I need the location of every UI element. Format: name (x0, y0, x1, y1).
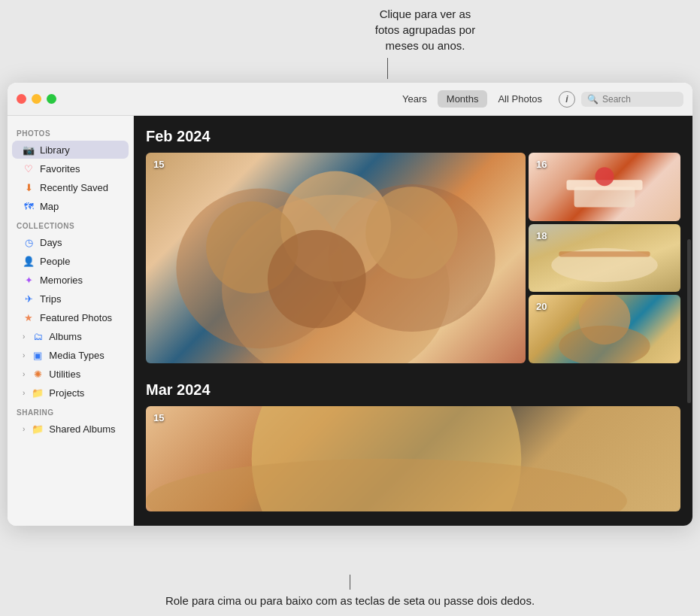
photo-grid-feb: 15 16 (146, 153, 680, 363)
month-section-feb-2024: Feb 2024 (134, 116, 692, 369)
selfie-svg (146, 153, 526, 363)
sidebar-item-trips[interactable]: ✈ Trips (12, 290, 129, 308)
close-button[interactable] (17, 94, 26, 104)
photo-mar-main[interactable]: 15 (146, 406, 680, 511)
cake-svg (529, 153, 680, 221)
sidebar-item-days[interactable]: ◷ Days (12, 233, 129, 251)
sidebar-item-label: Shared Albums (49, 423, 115, 435)
sidebar-item-label: Days (40, 237, 62, 248)
svg-point-15 (146, 459, 627, 511)
callout-top-line (387, 58, 388, 79)
sidebar-item-media-types[interactable]: › ▣ Media Types (12, 346, 129, 364)
chevron-right-icon: › (23, 351, 25, 360)
sidebar-item-label: Utilities (49, 369, 80, 380)
people-icon: 👤 (23, 255, 35, 267)
sidebar-item-label: Albums (49, 331, 81, 342)
tab-years[interactable]: Years (393, 90, 436, 108)
chevron-right-icon: › (23, 370, 25, 378)
callout-bottom-text: Role para cima ou para baixo com as tecl… (165, 593, 535, 608)
tab-all-photos[interactable]: All Photos (489, 90, 551, 108)
month-label-feb-2024: Feb 2024 (146, 128, 680, 145)
sidebar-item-utilities[interactable]: › ✺ Utilities (12, 365, 129, 383)
info-button[interactable]: i (559, 91, 575, 108)
mar-svg (146, 406, 680, 511)
sidebar-item-label: Library (40, 144, 70, 156)
chevron-right-icon: › (23, 425, 25, 433)
sidebar-item-favorites[interactable]: ♡ Favorites (12, 159, 129, 178)
callout-bottom: Role para cima ou para baixo com as tecl… (0, 526, 700, 616)
albums-icon: 🗂 (32, 330, 44, 342)
sidebar-section-photos: Photos (8, 123, 133, 140)
photo-date-15-feb: 15 (153, 159, 164, 170)
photo-food[interactable]: 18 (529, 224, 680, 293)
sidebar-item-label: People (40, 256, 70, 267)
callout-bottom-line (350, 575, 350, 590)
sidebar-item-featured-photos[interactable]: ★ Featured Photos (12, 308, 129, 326)
chevron-right-icon: › (23, 389, 25, 397)
food-svg (529, 224, 680, 293)
photo-date-16: 16 (536, 159, 547, 170)
sidebar-item-memories[interactable]: ✦ Memories (12, 271, 129, 289)
svg-point-6 (268, 230, 366, 329)
trips-icon: ✈ (23, 293, 35, 305)
traffic-lights (17, 94, 56, 104)
photo-date-20: 20 (536, 301, 547, 312)
svg-point-9 (595, 167, 614, 186)
maximize-button[interactable] (47, 94, 56, 104)
utilities-icon: ✺ (32, 368, 44, 380)
svg-point-5 (365, 187, 457, 278)
photo-secondary-col: 16 18 (529, 153, 680, 363)
projects-icon: 📁 (32, 387, 44, 399)
recently-saved-icon: ⬇ (23, 181, 35, 193)
sidebar-item-projects[interactable]: › 📁 Projects (12, 384, 129, 402)
tab-months[interactable]: Months (438, 90, 488, 108)
sidebar-item-label: Memories (40, 275, 83, 286)
content-area: Photos 📷 Library ♡ Favorites ⬇ Recently … (8, 116, 692, 526)
photo-portrait[interactable]: 20 (529, 295, 680, 363)
portrait-svg (529, 295, 680, 363)
photo-date-15-mar: 15 (153, 412, 164, 423)
media-types-icon: ▣ (32, 349, 44, 361)
sidebar-item-label: Media Types (49, 350, 104, 361)
memories-icon: ✦ (23, 274, 35, 286)
sidebar-item-recently-saved[interactable]: ⬇ Recently Saved (12, 178, 129, 196)
minimize-button[interactable] (32, 94, 41, 104)
shared-albums-icon: 📁 (32, 423, 44, 435)
sidebar-item-label: Map (40, 201, 59, 212)
tab-group: Years Months All Photos (393, 90, 551, 108)
sidebar-section-collections: Collections (8, 216, 133, 232)
sidebar-section-sharing: Sharing (8, 402, 133, 419)
library-icon: 📷 (23, 144, 35, 156)
sidebar-item-albums[interactable]: › 🗂 Albums (12, 327, 129, 345)
sidebar: Photos 📷 Library ♡ Favorites ⬇ Recently … (8, 116, 134, 526)
callout-top-text: Clique para ver as fotos agrupadas por m… (375, 6, 475, 53)
main-window: Years Months All Photos i 🔍 Photos 📷 Lib… (8, 83, 692, 526)
featured-photos-icon: ★ (23, 311, 35, 323)
sidebar-item-label: Favorites (40, 163, 80, 174)
sidebar-item-label: Projects (49, 387, 84, 399)
chevron-right-icon: › (23, 332, 25, 341)
photo-grid-mar: 15 (146, 406, 680, 511)
titlebar: Years Months All Photos i 🔍 (8, 83, 692, 116)
month-section-mar-2024: Mar 2024 15 (134, 369, 692, 523)
search-icon: 🔍 (587, 94, 598, 105)
sidebar-item-label: Featured Photos (40, 312, 112, 323)
photo-selfie-main[interactable]: 15 (146, 153, 526, 363)
photo-date-18: 18 (536, 230, 547, 241)
sidebar-item-library[interactable]: 📷 Library (12, 141, 129, 159)
scrollbar[interactable] (687, 239, 691, 403)
sidebar-item-label: Trips (40, 293, 61, 305)
month-label-mar-2024: Mar 2024 (146, 381, 680, 399)
sidebar-item-shared-albums[interactable]: › 📁 Shared Albums (12, 420, 129, 438)
svg-rect-11 (559, 251, 650, 256)
search-input[interactable] (602, 94, 677, 105)
sidebar-item-label: Recently Saved (40, 182, 108, 193)
favorites-icon: ♡ (23, 162, 35, 174)
search-box: 🔍 (581, 92, 683, 107)
photo-cake[interactable]: 16 (529, 153, 680, 221)
sidebar-item-people[interactable]: 👤 People (12, 252, 129, 270)
sidebar-item-map[interactable]: 🗺 Map (12, 197, 129, 215)
main-photo-area[interactable]: Feb 2024 (134, 116, 692, 526)
map-icon: 🗺 (23, 200, 35, 212)
days-icon: ◷ (23, 236, 35, 248)
